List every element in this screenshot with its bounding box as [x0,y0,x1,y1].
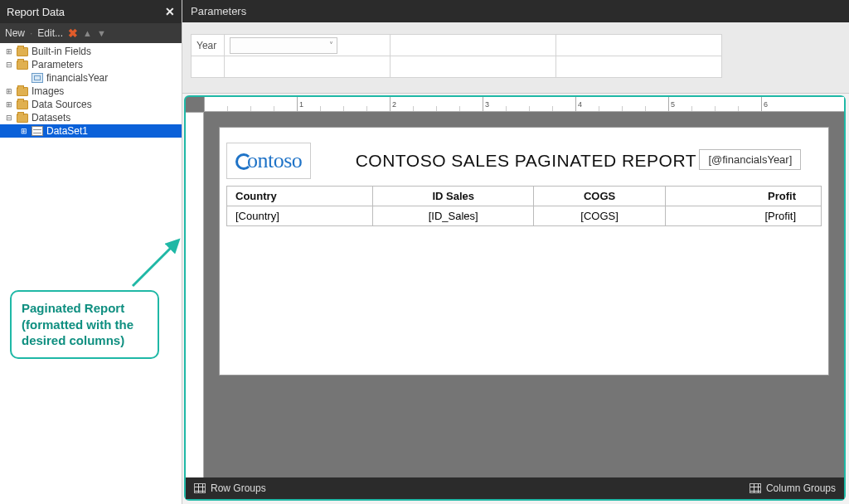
tree-label: Built-in Fields [32,46,91,57]
chevron-down-icon: ˅ [329,41,333,50]
report-data-tree: ⊞ Built-in Fields ⊟ Parameters financial… [0,43,182,504]
tree-datasources[interactable]: ⊞ Data Sources [0,98,182,111]
tree-datasets[interactable]: ⊟ Datasets [0,111,182,124]
ruler-tick: 6 [761,97,768,111]
param-cell[interactable] [391,56,556,78]
param-cell[interactable] [556,35,722,56]
move-down-icon[interactable]: ▼ [97,28,106,38]
contoso-logo[interactable]: ontoso [226,143,311,179]
col-cogs[interactable]: COGS [534,186,666,206]
cell-cogs[interactable]: [COGS] [534,206,666,225]
tree-label: Data Sources [32,99,92,110]
row-groups[interactable]: Row Groups [194,482,266,494]
folder-icon [17,47,28,56]
col-country[interactable]: Country [227,186,373,206]
parameters-grid: Year ˅ [182,22,849,94]
delete-icon[interactable]: ✖ [68,27,78,40]
new-button[interactable]: New [5,27,25,39]
parameter-icon [32,73,43,83]
tree-label: DataSet1 [46,125,88,137]
report-data-title: Report Data [7,6,65,18]
param-cell[interactable] [391,35,556,56]
horizontal-ruler: 1 2 3 4 5 6 [204,97,844,112]
ruler-tick: 4 [575,97,582,111]
expand-icon[interactable]: ⊞ [5,100,13,109]
expand-icon[interactable]: ⊞ [5,47,13,56]
tree-param-financialsyear[interactable]: financialsYear [0,71,182,85]
vertical-ruler [186,112,204,477]
folder-icon [17,100,28,109]
report-table[interactable]: Country ID Sales COGS Profit [Country] [… [226,186,822,226]
ruler-tick: 5 [668,97,675,111]
tree-label: financialsYear [46,72,108,84]
expand-icon[interactable]: ⊞ [5,87,13,95]
collapse-icon[interactable]: ⊟ [5,61,13,69]
col-idsales[interactable]: ID Sales [373,186,534,206]
cell-profit[interactable]: [Profit] [666,206,822,225]
tree-label: Parameters [32,59,83,70]
grid-icon [194,483,206,493]
param-label: Year [192,35,225,56]
report-data-toolbar: New · Edit... ✖ ▲ ▼ [0,23,182,43]
cell-idsales[interactable]: [ID_Sales] [373,206,534,225]
separator: · [30,27,32,39]
collapse-icon[interactable]: ⊟ [5,114,13,122]
parameters-table: Year ˅ [191,34,722,78]
ruler-tick: 1 [297,97,303,111]
year-dropdown[interactable]: ˅ [230,37,337,54]
move-up-icon[interactable]: ▲ [83,28,92,38]
tree-builtin-fields[interactable]: ⊞ Built-in Fields [0,45,182,58]
row-groups-label: Row Groups [211,482,266,494]
main-area: Parameters Year ˅ [182,0,849,504]
folder-icon [17,61,28,70]
groups-bar: Row Groups Column Groups [186,477,844,499]
tree-parameters[interactable]: ⊟ Parameters [0,58,182,71]
table-header-row: Country ID Sales COGS Profit [227,186,822,206]
design-surface: 1 2 3 4 5 6 ontoso [184,95,846,501]
param-cell[interactable] [556,56,722,78]
column-groups-label: Column Groups [766,482,836,494]
report-data-panel: Report Data ✕ New · Edit... ✖ ▲ ▼ ⊞ Buil… [0,0,182,504]
parameters-header: Parameters [182,0,849,22]
tree-label: Datasets [32,112,70,124]
table-row: [Country] [ID_Sales] [COGS] [Profit] [227,206,822,225]
tree-dataset1[interactable]: ⊞ DataSet1 [0,124,182,138]
folder-icon [17,87,28,96]
logo-text: ontoso [247,148,302,172]
cell-country[interactable]: [Country] [227,206,373,225]
col-profit[interactable]: Profit [666,186,822,206]
report-data-header: Report Data ✕ [0,0,182,23]
grid-icon [750,483,761,493]
column-groups[interactable]: Column Groups [750,482,836,494]
expand-icon[interactable]: ⊞ [20,127,28,135]
callout-annotation: Paginated Report (formatted with the des… [10,290,159,359]
edit-button[interactable]: Edit... [37,27,63,39]
canvas-outer: ontoso CONTOSO SALES PAGINATED REPORT [@… [204,112,844,477]
param-cell[interactable] [192,56,225,78]
folder-icon [17,114,28,123]
dataset-icon [32,126,43,136]
param-placeholder[interactable]: [@financialsYear] [699,149,801,170]
param-cell[interactable] [225,56,391,78]
param-cell[interactable]: ˅ [225,35,391,56]
ruler-tick: 2 [390,97,396,111]
tree-images[interactable]: ⊞ Images [0,85,182,98]
close-icon[interactable]: ✕ [165,5,175,18]
report-canvas[interactable]: ontoso CONTOSO SALES PAGINATED REPORT [@… [219,127,829,376]
ruler-tick: 3 [483,97,489,111]
report-title[interactable]: CONTOSO SALES PAGINATED REPORT [356,151,696,171]
tree-label: Images [32,85,64,97]
